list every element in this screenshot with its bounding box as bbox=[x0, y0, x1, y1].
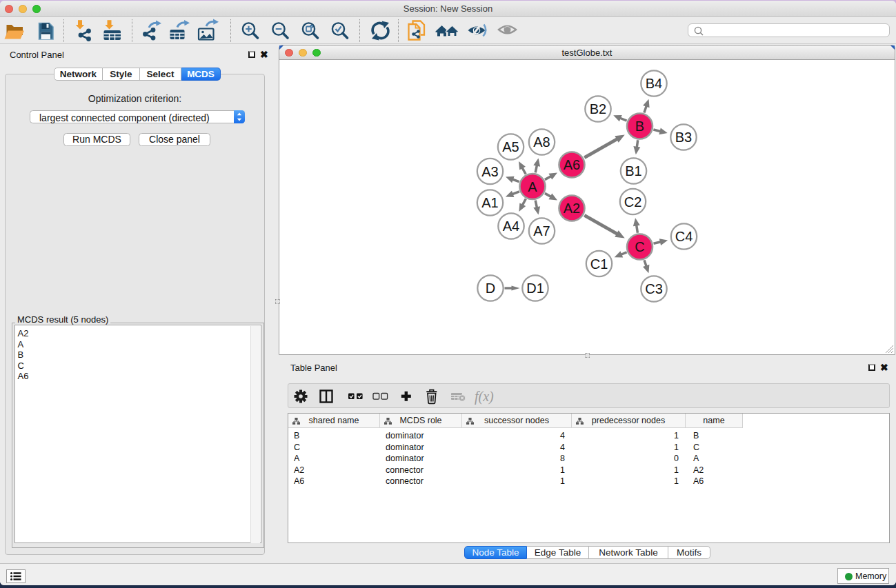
svg-text:D: D bbox=[486, 281, 495, 296]
svg-text:A7: A7 bbox=[533, 223, 550, 239]
svg-text:B4: B4 bbox=[646, 76, 662, 91]
svg-text:C3: C3 bbox=[645, 281, 663, 296]
svg-text:f(x): f(x) bbox=[475, 389, 494, 405]
svg-text:A4: A4 bbox=[503, 219, 519, 234]
svg-text:B3: B3 bbox=[675, 130, 692, 145]
svg-text:A8: A8 bbox=[533, 134, 550, 150]
svg-text:C2: C2 bbox=[624, 194, 642, 210]
svg-text:A5: A5 bbox=[502, 139, 519, 154]
svg-text:C4: C4 bbox=[675, 229, 693, 244]
svg-text:A3: A3 bbox=[481, 164, 498, 179]
svg-text:C1: C1 bbox=[590, 256, 608, 272]
svg-text:A: A bbox=[528, 179, 537, 194]
svg-text:C: C bbox=[635, 239, 644, 254]
svg-text:A6: A6 bbox=[564, 157, 580, 172]
svg-text:A2: A2 bbox=[564, 201, 580, 216]
svg-text:D1: D1 bbox=[526, 281, 544, 296]
svg-text:B1: B1 bbox=[625, 163, 641, 179]
svg-text:B: B bbox=[635, 119, 644, 134]
svg-text:A1: A1 bbox=[481, 195, 498, 210]
svg-text:B2: B2 bbox=[590, 101, 606, 116]
